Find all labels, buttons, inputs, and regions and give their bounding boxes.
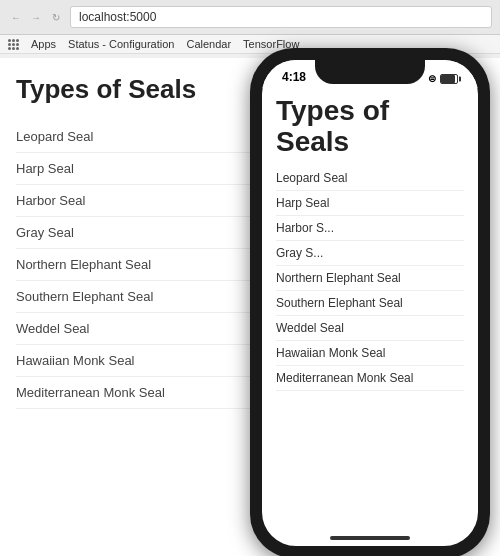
page-content: Types of Seals Leopard SealHarp SealHarb…: [0, 58, 500, 556]
phone-seal-list: Leopard SealHarp SealHarbor S...Gray S..…: [276, 166, 464, 391]
battery-icon: [440, 74, 458, 84]
phone-page-title: Types of Seals: [276, 96, 464, 158]
phone-seal-list-item: Harp Seal: [276, 191, 464, 216]
phone-seal-list-item: Hawaiian Monk Seal: [276, 341, 464, 366]
address-text: localhost:5000: [79, 10, 156, 24]
status-icons: ⊜: [428, 73, 458, 84]
phone-seal-list-item: Northern Elephant Seal: [276, 266, 464, 291]
bookmark-status[interactable]: Status - Configuration: [68, 38, 174, 50]
bookmark-apps[interactable]: Apps: [31, 38, 56, 50]
forward-button[interactable]: →: [28, 9, 44, 25]
phone-notch: [315, 60, 425, 84]
refresh-button[interactable]: ↻: [48, 9, 64, 25]
phone-seal-list-item: Gray S...: [276, 241, 464, 266]
phone-mockup: 4:18 ⊜ Types of Seals Leopard SealHarp S…: [250, 48, 500, 556]
back-button[interactable]: ←: [8, 9, 24, 25]
bookmark-status-label: Status - Configuration: [68, 38, 174, 50]
phone-seal-list-item: Leopard Seal: [276, 166, 464, 191]
home-indicator[interactable]: [330, 536, 410, 540]
phone-outer: 4:18 ⊜ Types of Seals Leopard SealHarp S…: [250, 48, 490, 556]
phone-inner: 4:18 ⊜ Types of Seals Leopard SealHarp S…: [262, 60, 478, 546]
nav-buttons: ← → ↻: [8, 9, 64, 25]
phone-seal-list-item: Weddel Seal: [276, 316, 464, 341]
phone-page: Types of Seals Leopard SealHarp SealHarb…: [262, 88, 478, 399]
bookmark-calendar[interactable]: Calendar: [186, 38, 231, 50]
browser-chrome: ← → ↻ localhost:5000: [0, 0, 500, 35]
bookmark-apps-label: Apps: [31, 38, 56, 50]
wifi-icon: ⊜: [428, 73, 436, 84]
phone-seal-list-item: Mediterranean Monk Seal: [276, 366, 464, 391]
phone-seal-list-item: Southern Elephant Seal: [276, 291, 464, 316]
status-time: 4:18: [282, 70, 306, 84]
address-bar[interactable]: localhost:5000: [70, 6, 492, 28]
apps-grid-icon: [8, 39, 19, 50]
bookmark-calendar-label: Calendar: [186, 38, 231, 50]
phone-seal-list-item: Harbor S...: [276, 216, 464, 241]
